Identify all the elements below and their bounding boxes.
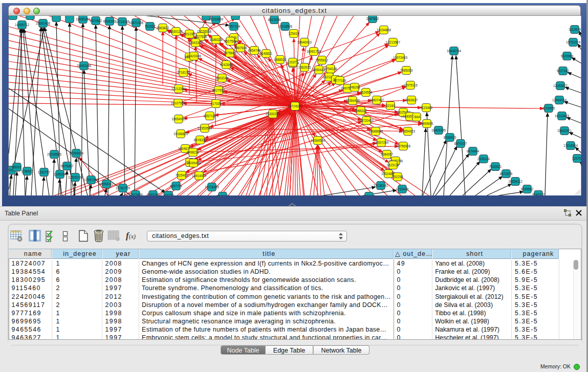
- svg-text:9146821: 9146821: [260, 51, 273, 55]
- svg-text:8267110: 8267110: [204, 114, 216, 117]
- svg-text:3624554: 3624554: [360, 90, 373, 94]
- svg-text:1362615: 1362615: [298, 65, 311, 69]
- svg-text:8471676: 8471676: [500, 171, 513, 175]
- svg-text:1156827: 1156827: [21, 169, 33, 172]
- svg-text:20691406: 20691406: [36, 21, 50, 25]
- svg-text:12505135: 12505135: [68, 175, 82, 179]
- svg-text:1733426: 1733426: [396, 187, 409, 190]
- svg-text:2087682: 2087682: [366, 16, 379, 20]
- svg-text:16154808: 16154808: [377, 28, 391, 31]
- svg-text:14099459: 14099459: [186, 161, 201, 164]
- svg-text:9899695: 9899695: [421, 121, 433, 125]
- svg-text:15716485: 15716485: [205, 185, 219, 188]
- svg-text:2867608: 2867608: [234, 46, 247, 49]
- svg-text:10719185: 10719185: [115, 19, 129, 23]
- svg-text:6794028: 6794028: [324, 67, 337, 70]
- svg-text:125419: 125419: [289, 31, 299, 35]
- svg-text:2718176: 2718176: [177, 70, 190, 74]
- svg-text:8938923: 8938923: [444, 135, 456, 139]
- svg-text:16210643: 16210643: [555, 114, 569, 117]
- svg-text:25300215: 25300215: [266, 112, 280, 115]
- svg-text:7663822: 7663822: [157, 26, 169, 29]
- svg-text:1112674: 1112674: [569, 27, 581, 31]
- svg-text:116753: 116753: [572, 156, 581, 160]
- svg-text:12444154: 12444154: [552, 98, 567, 101]
- svg-text:12213369: 12213369: [171, 86, 186, 90]
- svg-text:1145194: 1145194: [54, 172, 66, 176]
- svg-text:9329966: 9329966: [561, 54, 574, 57]
- svg-text:1527602: 1527602: [90, 18, 102, 22]
- svg-text:891295: 891295: [184, 32, 195, 35]
- svg-text:14136141: 14136141: [374, 183, 388, 187]
- svg-text:9245107: 9245107: [532, 192, 545, 195]
- svg-text:10958107: 10958107: [99, 182, 114, 185]
- svg-text:10655287: 10655287: [76, 17, 90, 20]
- svg-text:19654923: 19654923: [401, 129, 415, 133]
- svg-text:9227342: 9227342: [557, 69, 570, 72]
- svg-text:2243413: 2243413: [216, 194, 229, 195]
- svg-text:8186328: 8186328: [210, 37, 223, 41]
- svg-text:8990443: 8990443: [313, 68, 325, 71]
- svg-text:16961758: 16961758: [307, 49, 321, 53]
- svg-text:12353594: 12353594: [198, 126, 212, 129]
- svg-text:746266: 746266: [350, 85, 360, 89]
- svg-text:14055712: 14055712: [15, 23, 29, 26]
- svg-text:9975887: 9975887: [61, 164, 74, 167]
- svg-text:9527506: 9527506: [194, 34, 207, 38]
- svg-text:9084067: 9084067: [381, 152, 394, 156]
- svg-text:18907249: 18907249: [374, 140, 388, 144]
- svg-text:15692971: 15692971: [557, 128, 572, 132]
- svg-text:17016504: 17016504: [563, 143, 578, 147]
- svg-text:16914479: 16914479: [192, 173, 206, 177]
- svg-text:7844: 7844: [413, 115, 420, 118]
- svg-text:417005: 417005: [211, 101, 222, 105]
- svg-text:10107554: 10107554: [171, 101, 185, 104]
- svg-text:16648784: 16648784: [447, 49, 461, 52]
- svg-text:10671355: 10671355: [129, 20, 143, 24]
- svg-text:20053346: 20053346: [77, 63, 91, 67]
- svg-text:1535441: 1535441: [363, 194, 376, 195]
- svg-text:7632621: 7632621: [489, 164, 502, 168]
- svg-text:16033809: 16033809: [209, 17, 223, 20]
- svg-text:8215955: 8215955: [542, 106, 555, 110]
- svg-text:8454749: 8454749: [248, 48, 261, 52]
- svg-text:6479197: 6479197: [454, 141, 467, 145]
- svg-text:9242848: 9242848: [220, 62, 233, 66]
- svg-text:9463627: 9463627: [405, 98, 418, 101]
- svg-text:8160123: 8160123: [170, 29, 183, 33]
- svg-text:20206563: 20206563: [47, 152, 61, 156]
- svg-text:9457791: 9457791: [170, 184, 183, 187]
- svg-text:9474444: 9474444: [467, 149, 480, 152]
- svg-text:19654915: 19654915: [171, 117, 186, 120]
- svg-text:18724007: 18724007: [288, 104, 302, 107]
- svg-text:62160: 62160: [386, 103, 395, 107]
- svg-text:6466160: 6466160: [103, 19, 116, 23]
- svg-text:16782759: 16782759: [116, 186, 130, 189]
- svg-text:10543342: 10543342: [188, 40, 203, 44]
- svg-text:104732: 104732: [163, 193, 174, 195]
- svg-text:12923466: 12923466: [128, 192, 143, 195]
- svg-text:20364436: 20364436: [345, 98, 360, 102]
- svg-text:8427552: 8427552: [212, 88, 225, 92]
- svg-text:18640910: 18640910: [297, 40, 312, 43]
- svg-text:10688609: 10688609: [368, 129, 383, 133]
- svg-text:22420046: 22420046: [187, 54, 201, 57]
- svg-text:7625402: 7625402: [176, 173, 188, 177]
- svg-text:10973493: 10973493: [393, 55, 407, 59]
- svg-text:7357224: 7357224: [228, 24, 241, 28]
- svg-text:2935114: 2935114: [477, 157, 490, 160]
- svg-text:19166825: 19166825: [173, 132, 188, 135]
- svg-text:85001: 85001: [12, 165, 21, 168]
- svg-text:1093743: 1093743: [147, 192, 160, 195]
- svg-text:2803144: 2803144: [216, 76, 229, 79]
- svg-text:7986322: 7986322: [355, 108, 367, 112]
- svg-text:10807487: 10807487: [369, 98, 384, 101]
- svg-text:12213967: 12213967: [386, 40, 400, 43]
- svg-text:8813054: 8813054: [268, 17, 281, 21]
- svg-text:1242757: 1242757: [38, 170, 51, 173]
- svg-text:7955812: 7955812: [316, 58, 329, 61]
- svg-text:3875685: 3875685: [224, 51, 236, 54]
- svg-text:12975115: 12975115: [403, 83, 418, 86]
- svg-text:10654112: 10654112: [508, 179, 522, 183]
- svg-text:3498222: 3498222: [187, 150, 200, 154]
